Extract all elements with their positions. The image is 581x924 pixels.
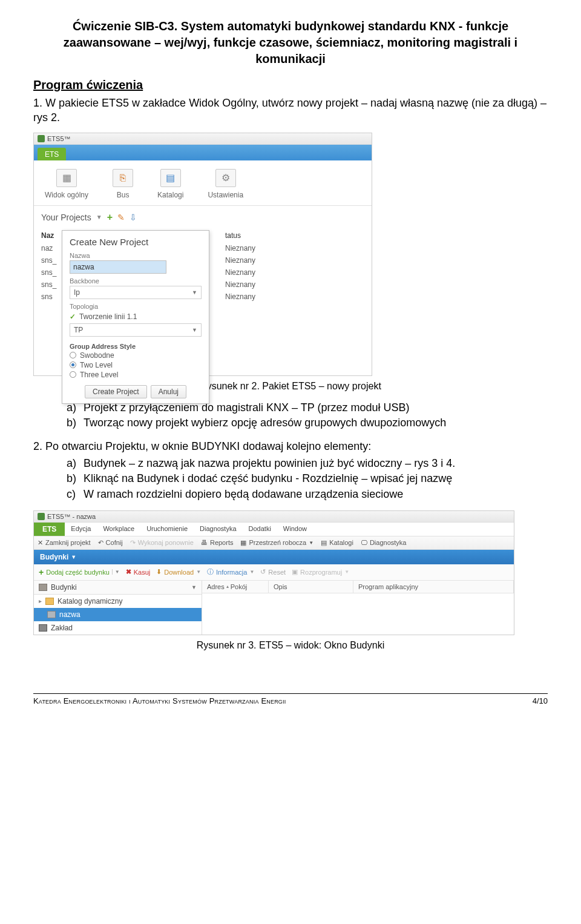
cancel-button[interactable]: Anuluj — [151, 385, 186, 398]
toolbar-label: Bus — [117, 191, 130, 199]
radio-icon — [70, 371, 76, 378]
tree-label: Zakład — [51, 624, 73, 632]
chevron-down-icon: ▼ — [249, 569, 254, 575]
radio-two-level[interactable]: Two Level — [70, 361, 202, 369]
topology-select[interactable]: TP ▼ — [70, 323, 202, 337]
chevron-down-icon: ▼ — [196, 569, 201, 575]
page-number: 4/10 — [533, 696, 548, 705]
edit-project-icon[interactable]: ✎ — [117, 213, 125, 222]
toolbar-redo[interactable]: ↷Wykonaj ponownie — [130, 539, 194, 547]
create-project-button[interactable]: Create Project — [85, 385, 147, 398]
toolbar-undo[interactable]: ↶Cofnij — [98, 539, 123, 547]
window-titlebar: ETS5™ - nazwa — [34, 511, 514, 523]
chevron-down-icon: ▼ — [192, 327, 197, 333]
add-building-part-button[interactable]: + Dodaj część budynku ▼ — [39, 567, 120, 577]
reset-icon: ↺ — [260, 568, 266, 576]
your-projects-header[interactable]: Your Projects ▼ + ✎ ⇩ — [34, 206, 372, 229]
reset-button[interactable]: ↺Reset — [260, 568, 286, 576]
chevron-down-icon: ▼ — [192, 289, 197, 295]
monitor-icon: 🖵 — [361, 539, 367, 546]
tree-item-dynamic-catalog[interactable]: ▸ Katalog dynamiczny — [34, 595, 202, 608]
tree-item-project[interactable]: nazwa — [34, 608, 202, 621]
redo-icon: ↷ — [130, 539, 136, 547]
info-icon: ⓘ — [207, 567, 214, 576]
col-description[interactable]: Opis — [269, 581, 353, 593]
tree-label: nazwa — [59, 610, 80, 619]
tree-head-label: Budynki — [51, 583, 77, 592]
delete-button[interactable]: ✖ Kasuj — [126, 568, 151, 576]
toolbar-settings[interactable]: ⚙ Ustawienia — [208, 169, 243, 199]
ets-menu-button[interactable]: ETS — [34, 523, 65, 536]
menu-run[interactable]: Uruchomienie — [140, 523, 194, 536]
topology-checkbox[interactable]: ✓ Tworzenie linii 1.1 — [70, 312, 202, 321]
chevron-down-icon: ▼ — [309, 540, 313, 546]
unprogram-button[interactable]: ▣Rozprogramuj▼ — [292, 568, 349, 576]
figure-3-caption: Rysunek nr 3. ETS5 – widok: Okno Budynki — [33, 640, 548, 651]
expand-icon: ▸ — [39, 598, 42, 604]
radio-icon — [70, 352, 76, 358]
menu-diagnostics[interactable]: Diagnostyka — [194, 523, 243, 536]
toolbar-diagnostics[interactable]: 🖵Diagnostyka — [361, 539, 407, 546]
house-icon — [47, 611, 56, 618]
main-toolbar: ▦ Widok ogólny ⎘ Bus ▤ Katalogi ⚙ Ustawi… — [34, 160, 372, 206]
section-heading: Program ćwiczenia — [33, 78, 548, 92]
project-name-input[interactable]: nazwa — [70, 260, 166, 274]
toolbar-close-project[interactable]: ✕Zamknij projekt — [38, 539, 91, 547]
book-icon: ▤ — [160, 169, 181, 187]
chevron-down-icon: ▼ — [112, 569, 120, 575]
chip-icon: ▣ — [292, 568, 298, 576]
add-project-icon[interactable]: + — [107, 212, 113, 223]
col-app-program[interactable]: Program aplikacyjny — [353, 581, 514, 593]
app-icon — [38, 513, 45, 520]
toolbar-catalogs[interactable]: ▤Katalogi — [321, 539, 353, 547]
download-button[interactable]: ⬇Download▼ — [156, 568, 201, 576]
window-titlebar: ETS5™ — [34, 133, 372, 145]
step-1: 1. W pakiecie ETS5 w zakładce Widok Ogól… — [33, 96, 548, 125]
chevron-down-icon: ▼ — [96, 214, 102, 220]
radio-three-level[interactable]: Three Level — [70, 371, 202, 379]
backbone-select[interactable]: Ip ▼ — [70, 286, 202, 299]
undo-icon: ↶ — [98, 539, 103, 547]
import-icon[interactable]: ⇩ — [130, 213, 137, 222]
menu-edit[interactable]: Edycja — [65, 523, 97, 536]
col-address[interactable]: Adres ▴ Pokój — [202, 581, 269, 593]
action-toolbar: + Dodaj część budynku ▼ ✖ Kasuj ⬇Downloa… — [34, 564, 514, 581]
close-icon: ✖ — [126, 568, 131, 576]
chevron-down-icon: ▼ — [191, 584, 197, 590]
toolbar-bus[interactable]: ⎘ Bus — [113, 169, 133, 199]
toolbar-view-general[interactable]: ▦ Widok ogólny — [45, 169, 88, 199]
plus-icon: + — [39, 567, 44, 577]
menu-window[interactable]: Window — [277, 523, 313, 536]
toolbar-catalogs[interactable]: ▤ Katalogi — [157, 169, 183, 199]
projects-area: Naz tatus nazNieznany sns_Nieznany sns_N… — [34, 229, 372, 375]
footer-department: Katedra Energoelektroniki i Automatyki S… — [33, 696, 286, 705]
folder-icon — [45, 598, 54, 605]
tab-ets[interactable]: ETS — [38, 148, 66, 160]
grid-icon: ▦ — [56, 169, 77, 187]
screenshot-ets5-new-project: ETS5™ ETS ▦ Widok ogólny ⎘ Bus ▤ Katalog… — [33, 133, 372, 376]
tree-select-header[interactable]: Budynki ▼ — [34, 581, 202, 595]
toolbar-label: Ustawienia — [208, 191, 243, 199]
toolbar-label: Katalogi — [157, 191, 183, 199]
radio-free[interactable]: Swobodne — [70, 351, 202, 360]
print-icon: 🖶 — [201, 539, 208, 546]
tree-item-plant[interactable]: Zakład — [34, 621, 202, 635]
toolbar-reports[interactable]: 🖶Reports — [201, 539, 234, 546]
menu-workplace[interactable]: Workplace — [97, 523, 140, 536]
chevron-down-icon: ▼ — [344, 569, 349, 575]
app-toolbar: ✕Zamknij projekt ↶Cofnij ↷Wykonaj ponown… — [34, 536, 514, 550]
step1-sub-b: b)Tworząc nowy projekt wybierz opcję adr… — [67, 415, 548, 431]
step2-sub-b: b)Kliknąć na Budynek i dodać część budyn… — [67, 471, 548, 486]
label-backbone: Backbone — [70, 277, 202, 285]
menu-addons[interactable]: Dodatki — [243, 523, 277, 536]
select-value: TP — [74, 326, 83, 334]
panel-title: Budynki — [40, 553, 68, 561]
workspace-icon: ▦ — [240, 539, 246, 547]
toolbar-workspace[interactable]: ▦Przestrzeń robocza▼ — [240, 539, 313, 547]
panel-header-buildings[interactable]: Budynki ▼ — [34, 550, 514, 564]
step2-sub-a: a)Budynek – z nazwą jak nazwa projektu p… — [67, 456, 548, 471]
step-2-number: 2. — [33, 440, 42, 452]
info-button[interactable]: ⓘInformacja▼ — [207, 567, 254, 576]
checkbox-label: Tworzenie linii 1.1 — [79, 312, 137, 321]
step-1-text: W pakiecie ETS5 w zakładce Widok Ogólny,… — [33, 97, 547, 124]
